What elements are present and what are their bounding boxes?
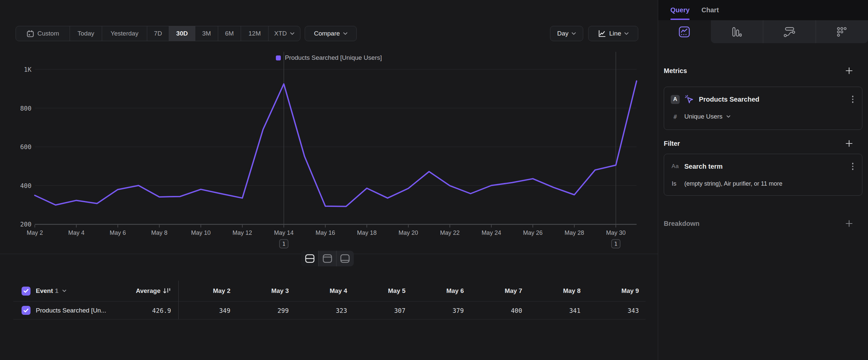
plus-icon (845, 139, 853, 147)
breakdown-title: Breakdown (664, 220, 700, 227)
add-metric-button[interactable] (845, 67, 853, 75)
sort-descending-icon (163, 287, 171, 295)
table-cell-value[interactable]: 341 (529, 302, 587, 320)
table-cell-value[interactable]: 307 (354, 302, 412, 320)
table-column-header[interactable]: May 8 (529, 281, 587, 302)
x-axis-label: May 22 (440, 229, 460, 236)
filter-property-name: Search term (684, 163, 723, 170)
analytics-app: CustomTodayYesterday7D30D3M6M12MXTD Comp… (0, 0, 868, 360)
chart-type-group (711, 20, 868, 43)
table-cell-value[interactable]: 323 (296, 302, 354, 320)
flows-icon (784, 27, 795, 37)
table-column-header[interactable]: May 2 (179, 281, 237, 302)
x-axis-label: May 18 (357, 229, 377, 236)
x-axis-label: May 16 (316, 229, 335, 236)
annotation-badge-label: 1 (282, 241, 285, 247)
data-table: Event 1 Average May 2May 3May 4May 5May … (13, 281, 646, 320)
table-header-left: Event 1 Average (13, 281, 179, 302)
chart-view-button[interactable] (319, 251, 336, 266)
annotation-badge-label: 1 (614, 241, 618, 247)
chart-type-bar[interactable] (711, 20, 763, 43)
data-line (35, 81, 637, 206)
table-view-icon (340, 254, 350, 263)
filter-value[interactable]: (empty string), Air purifier, or 11 more (684, 180, 782, 187)
chart-view-icon (322, 254, 332, 263)
x-axis-label: May 8 (151, 229, 167, 236)
filter-title: Filter (664, 140, 680, 147)
tab-chart[interactable]: Chart (702, 0, 719, 20)
metric-menu-button[interactable] (852, 95, 854, 103)
event-dropdown[interactable]: Event 1 (36, 287, 66, 295)
plus-icon (845, 220, 853, 227)
y-axis-label: 800 (20, 105, 31, 112)
table-cell-value[interactable]: 343 (587, 302, 646, 320)
split-view-icon (305, 254, 315, 263)
add-filter-button[interactable] (845, 139, 853, 147)
average-sort-control[interactable]: Average (136, 287, 171, 295)
table-cell-value[interactable]: 400 (470, 302, 529, 320)
check-icon (24, 289, 29, 293)
query-panel: Query Chart Metrics (658, 0, 868, 360)
table-column-header[interactable]: May 5 (354, 281, 412, 302)
select-all-checkbox[interactable] (22, 286, 31, 296)
chevron-down-icon (726, 115, 731, 118)
x-axis-label: May 6 (110, 229, 126, 236)
metric-card[interactable]: A Products Searched # Unique Users (664, 87, 862, 130)
metrics-section-header: Metrics (664, 67, 862, 75)
filter-card-main-row: Aa Search term (671, 161, 856, 171)
filter-section-header: Filter (664, 139, 862, 147)
check-icon (24, 308, 29, 312)
filter-card[interactable]: Aa Search term Is (empty string), Air pu… (664, 154, 862, 196)
x-axis-label: May 2 (27, 229, 43, 236)
tab-query[interactable]: Query (671, 0, 690, 20)
bar-chart-icon (732, 27, 742, 37)
main-area: CustomTodayYesterday7D30D3M6M12MXTD Comp… (0, 0, 658, 360)
view-toggle (301, 251, 354, 266)
table-cell-value[interactable]: 379 (412, 302, 470, 320)
row-checkbox[interactable] (22, 306, 31, 315)
table-column-header[interactable]: May 9 (587, 281, 646, 302)
aggregation-dropdown[interactable]: Unique Users (684, 113, 731, 120)
x-axis-label: May 28 (565, 229, 584, 236)
filter-card-condition-row: Is (empty string), Air purifier, or 11 m… (671, 179, 856, 188)
x-axis-label: May 4 (68, 229, 85, 236)
panel-body: Metrics A Products Searched # Unique Use… (658, 67, 868, 227)
table-column-header[interactable]: May 4 (296, 281, 354, 302)
row-name: Products Searched [Un... (36, 307, 106, 314)
event-label: Event (36, 287, 53, 295)
split-view-button[interactable] (301, 251, 319, 266)
chart-type-retention[interactable] (816, 20, 868, 43)
breakdown-section-header: Breakdown (664, 220, 862, 227)
table-column-header[interactable]: May 3 (237, 281, 296, 302)
x-axis-label: May 20 (399, 229, 418, 236)
add-breakdown-button[interactable] (845, 220, 853, 227)
aggregation-label: Unique Users (684, 113, 722, 120)
x-axis-label: May 24 (482, 229, 501, 236)
event-cursor-icon (684, 94, 694, 104)
y-axis-label: 600 (20, 143, 31, 150)
table-column-header[interactable]: May 6 (412, 281, 470, 302)
chart-type-strip (658, 20, 868, 43)
chart-type-flows[interactable] (763, 20, 816, 43)
retention-dots-icon (837, 27, 847, 37)
table-column-header[interactable]: May 7 (470, 281, 529, 302)
chart-type-insights[interactable] (658, 20, 711, 43)
line-chart[interactable]: 2004006008001KMay 2May 4May 6May 8May 10… (0, 0, 658, 254)
tab-chart-label: Chart (702, 6, 719, 14)
metric-letter-badge: A (671, 95, 680, 104)
panel-tabs: Query Chart (658, 0, 868, 20)
filter-menu-button[interactable] (852, 163, 854, 170)
x-axis-label: May 14 (274, 229, 294, 236)
table-cell-value[interactable]: 349 (179, 302, 237, 320)
chevron-down-icon (62, 289, 66, 292)
table-view-button[interactable] (337, 251, 354, 266)
y-axis-label: 200 (20, 221, 31, 228)
table-cell-value[interactable]: 299 (237, 302, 296, 320)
x-axis-label: May 10 (191, 229, 211, 236)
y-axis-label: 1K (24, 66, 31, 73)
row-average: 426.9 (152, 307, 171, 314)
average-label: Average (136, 287, 160, 295)
x-axis-label: May 30 (606, 229, 626, 236)
insights-line-icon (678, 26, 690, 38)
x-axis-label: May 26 (523, 229, 543, 236)
